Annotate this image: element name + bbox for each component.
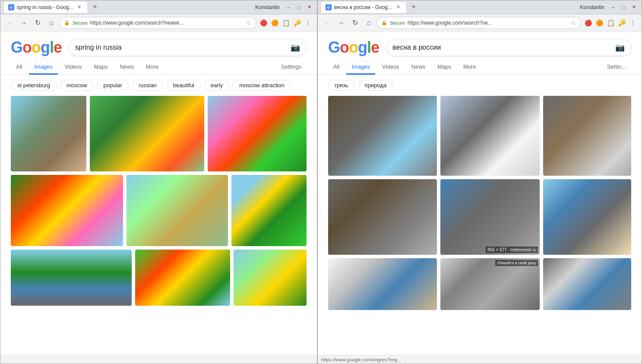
left-tab-images[interactable]: Images <box>29 60 58 75</box>
right-extension-icon-3[interactable]: 📋 <box>605 18 616 28</box>
left-image-8[interactable] <box>135 250 230 306</box>
right-page-content: Google весна в россии 📷 All Images Video… <box>318 32 642 355</box>
right-tab-maps[interactable]: Maps <box>432 60 456 75</box>
right-image-8-label: Убивайте в свой двор <box>495 260 538 266</box>
right-extension-icon-4[interactable]: 🔑 <box>617 18 627 28</box>
left-chip-st-petersburg[interactable]: st petersburg <box>11 80 57 91</box>
left-tab-more[interactable]: More <box>141 60 164 75</box>
right-tab-more[interactable]: More <box>458 60 481 75</box>
right-image-3[interactable] <box>543 96 631 176</box>
right-refresh-button[interactable]: ↻ <box>349 17 361 29</box>
left-tab-maps[interactable]: Maps <box>89 60 113 75</box>
left-home-button[interactable]: ⌂ <box>45 17 57 29</box>
left-chip-beautiful[interactable]: beautiful <box>167 80 201 91</box>
left-image-2[interactable] <box>90 96 204 171</box>
right-image-grid: 866 × 577 · meteovesti.ru Убивайте в сво… <box>318 96 642 355</box>
right-tab-all[interactable]: All <box>328 60 345 75</box>
left-bookmark-button[interactable]: ☆ <box>246 19 252 26</box>
right-tab-news[interactable]: News <box>406 60 431 75</box>
left-image-3[interactable] <box>208 96 307 171</box>
left-tab-all[interactable]: All <box>11 60 27 75</box>
right-image-6[interactable] <box>543 179 631 255</box>
right-grid-row-1 <box>328 96 631 176</box>
left-chip-popular[interactable]: popular <box>97 80 129 91</box>
left-forward-button[interactable]: → <box>18 17 30 29</box>
right-search-query: весна в россии <box>392 44 612 51</box>
left-tab-settings[interactable]: Settings <box>276 60 307 75</box>
left-menu-button[interactable]: ⋮ <box>303 18 313 28</box>
left-refresh-button[interactable]: ↻ <box>32 17 44 29</box>
left-extension-icon-3[interactable]: 📋 <box>281 18 291 28</box>
right-home-button[interactable]: ⌂ <box>363 17 375 29</box>
right-title-bar: G весна в россии - Goog... ✕ + Konstanti… <box>318 0 642 14</box>
left-tab-news[interactable]: News <box>114 60 139 75</box>
right-new-tab-button[interactable]: + <box>408 2 420 13</box>
right-nav-icons: 🔴 🟠 📋 🔑 ⋮ <box>583 18 638 28</box>
right-forward-button[interactable]: → <box>335 17 347 29</box>
right-google-header: Google весна в россии 📷 <box>318 32 642 57</box>
right-close-button[interactable]: ✕ <box>629 3 638 12</box>
right-camera-icon[interactable]: 📷 <box>615 43 625 52</box>
left-back-button[interactable]: ← <box>4 17 16 29</box>
right-status-url: https://www.google.com/imgres?img... <box>321 357 401 362</box>
left-image-1[interactable] <box>11 96 86 171</box>
left-grid-row-3 <box>11 250 307 306</box>
left-image-6[interactable] <box>231 175 307 246</box>
left-secure-label: Secure <box>73 20 88 25</box>
right-bookmark-button[interactable]: ☆ <box>571 19 576 26</box>
left-image-4[interactable] <box>11 175 123 246</box>
right-url-text: https://www.google.com/search?ne... <box>408 20 568 26</box>
left-image-5[interactable] <box>127 175 228 246</box>
right-tab-images[interactable]: Images <box>346 60 375 75</box>
right-tab-settings[interactable]: Settin... <box>602 60 631 75</box>
right-nav-tabs: All Images Videos News Maps More Settin.… <box>318 57 642 75</box>
right-search-bar[interactable]: весна в россии 📷 <box>386 39 631 56</box>
left-tab-close[interactable]: ✕ <box>76 4 83 11</box>
right-back-button[interactable]: ← <box>321 17 333 29</box>
left-image-grid <box>0 96 317 355</box>
left-address-bar[interactable]: 🔒 Secure https://www.google.com/search?n… <box>59 17 256 29</box>
left-chip-russian[interactable]: russian <box>132 80 163 91</box>
right-extension-icon-1[interactable]: 🔴 <box>583 18 593 28</box>
left-new-tab-button[interactable]: + <box>89 2 101 13</box>
left-close-button[interactable]: ✕ <box>305 3 313 12</box>
left-minimize-button[interactable]: − <box>284 3 293 12</box>
left-search-query: spring in russia <box>75 44 287 51</box>
right-image-7[interactable] <box>328 258 437 310</box>
left-image-7[interactable] <box>11 250 132 306</box>
right-image-2[interactable] <box>440 96 540 176</box>
left-search-bar[interactable]: spring in russia 📷 <box>69 39 307 56</box>
left-image-9[interactable] <box>234 250 307 306</box>
right-grid-row-3: Убивайте в свой двор <box>328 258 631 310</box>
left-camera-icon[interactable]: 📷 <box>291 43 300 52</box>
right-tab-close[interactable]: ✕ <box>395 4 402 11</box>
right-filter-chips: грязь природа <box>318 75 642 96</box>
right-minimize-button[interactable]: − <box>609 3 617 12</box>
right-google-logo: Google <box>328 38 379 57</box>
left-chip-moscow-attraction[interactable]: moscow attraction <box>233 80 291 91</box>
left-tab-videos[interactable]: Videos <box>60 60 87 75</box>
left-tab[interactable]: G spring in russia - Goog... ✕ <box>4 2 87 13</box>
right-image-8[interactable]: Убивайте в свой двор <box>440 258 540 310</box>
right-tab-title: весна в россии - Goog... <box>334 4 392 10</box>
right-address-bar[interactable]: 🔒 Secure https://www.google.com/search?n… <box>376 17 581 29</box>
left-extension-icon-2[interactable]: 🟠 <box>269 18 280 28</box>
right-image-1[interactable] <box>328 96 437 176</box>
left-filter-chips: st petersburg moscow popular russian bea… <box>0 75 317 96</box>
left-chip-moscow[interactable]: moscow <box>60 80 94 91</box>
right-image-5[interactable]: 866 × 577 · meteovesti.ru <box>440 179 540 255</box>
left-maximize-button[interactable]: □ <box>294 3 303 12</box>
right-tab[interactable]: G весна в россии - Goog... ✕ <box>321 2 406 13</box>
right-menu-button[interactable]: ⋮ <box>628 18 638 28</box>
right-tab-videos[interactable]: Videos <box>377 60 405 75</box>
right-chip-gryaz[interactable]: грязь <box>328 80 355 91</box>
right-maximize-button[interactable]: □ <box>619 3 628 12</box>
right-nav-bar: ← → ↻ ⌂ 🔒 Secure https://www.google.com/… <box>318 14 642 32</box>
left-extension-icon-1[interactable]: 🔴 <box>258 18 269 28</box>
right-chip-priroda[interactable]: природа <box>358 80 393 91</box>
left-chip-early[interactable]: early <box>204 80 229 91</box>
right-image-9[interactable] <box>543 258 631 310</box>
left-extension-icon-4[interactable]: 🔑 <box>292 18 302 28</box>
right-extension-icon-2[interactable]: 🟠 <box>594 18 604 28</box>
right-image-4[interactable] <box>328 179 437 255</box>
